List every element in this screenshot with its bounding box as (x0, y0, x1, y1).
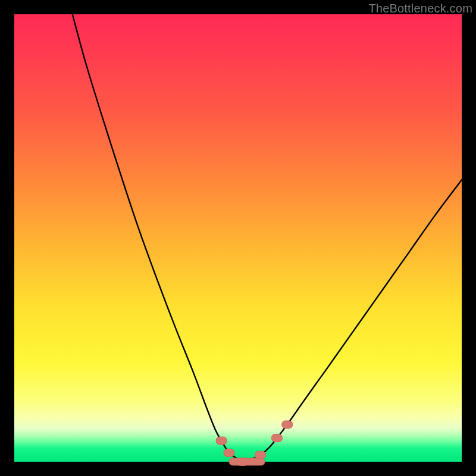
curve-right-branch (243, 180, 462, 462)
curve-marker (255, 451, 266, 459)
curve-marker (224, 449, 234, 456)
curve-trough-bar (229, 458, 265, 465)
bottleneck-curve (14, 14, 462, 462)
curve-marker (216, 437, 227, 444)
plot-area (14, 14, 462, 462)
watermark-text: TheBottleneck.com (368, 2, 472, 15)
curve-marker (282, 421, 293, 428)
curve-left-branch (73, 14, 243, 462)
chart-frame: TheBottleneck.com (0, 0, 476, 476)
curve-marker (271, 434, 282, 442)
curve-markers (216, 421, 293, 465)
